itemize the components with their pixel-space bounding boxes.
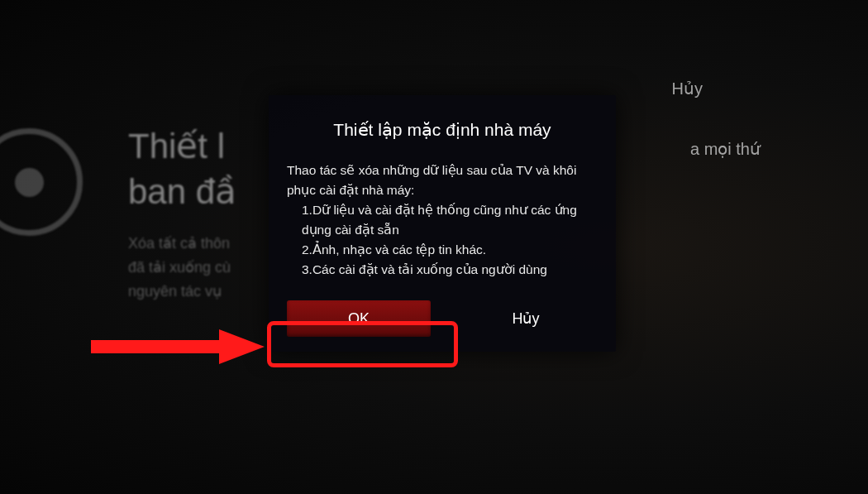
bg-title-line2: ban đầ xyxy=(128,172,236,211)
annotation-arrow-icon xyxy=(91,329,265,364)
reset-circle-dot-icon xyxy=(15,168,44,197)
dialog-list-item-1: 1.Dữ liệu và cài đặt hệ thống cũng như c… xyxy=(302,200,598,240)
ok-button[interactable]: OK xyxy=(287,300,431,337)
dialog-body: Thao tác sẽ xóa những dữ liệu sau của TV… xyxy=(287,161,598,280)
background-cancel-option[interactable]: Hủy xyxy=(672,79,703,98)
svg-marker-1 xyxy=(219,329,265,364)
dialog-intro: Thao tác sẽ xóa những dữ liệu sau của TV… xyxy=(287,163,576,197)
bg-title-line1: Thiết l xyxy=(128,127,225,165)
factory-reset-dialog: Thiết lập mặc định nhà máy Thao tác sẽ x… xyxy=(269,95,616,352)
bg-desc-line2: đã tải xuống cù xyxy=(128,259,231,276)
background-erase-option-partial[interactable]: a mọi thứ xyxy=(690,139,761,159)
dialog-list: 1.Dữ liệu và cài đặt hệ thống cũng như c… xyxy=(287,200,598,280)
background-page-title: Thiết l ban đầ xyxy=(128,124,236,214)
screen-background: Thiết l ban đầ Xóa tất cả thôn đã tải xu… xyxy=(0,0,868,494)
bg-desc-line1: Xóa tất cả thôn xyxy=(128,235,230,252)
bg-desc-line3: nguyên tác vụ xyxy=(128,283,222,300)
svg-rect-0 xyxy=(91,340,223,353)
dialog-button-row: OK Hủy xyxy=(287,300,598,337)
dialog-list-item-2: 2.Ảnh, nhạc và các tệp tin khác. xyxy=(302,240,598,260)
cancel-button[interactable]: Hủy xyxy=(454,300,598,337)
background-page-description: Xóa tất cả thôn đã tải xuống cù nguyên t… xyxy=(128,232,231,303)
dialog-list-item-3: 3.Các cài đặt và tải xuống của người dùn… xyxy=(302,260,598,280)
dialog-title: Thiết lập mặc định nhà máy xyxy=(287,120,598,140)
reset-circle-icon xyxy=(0,128,83,236)
